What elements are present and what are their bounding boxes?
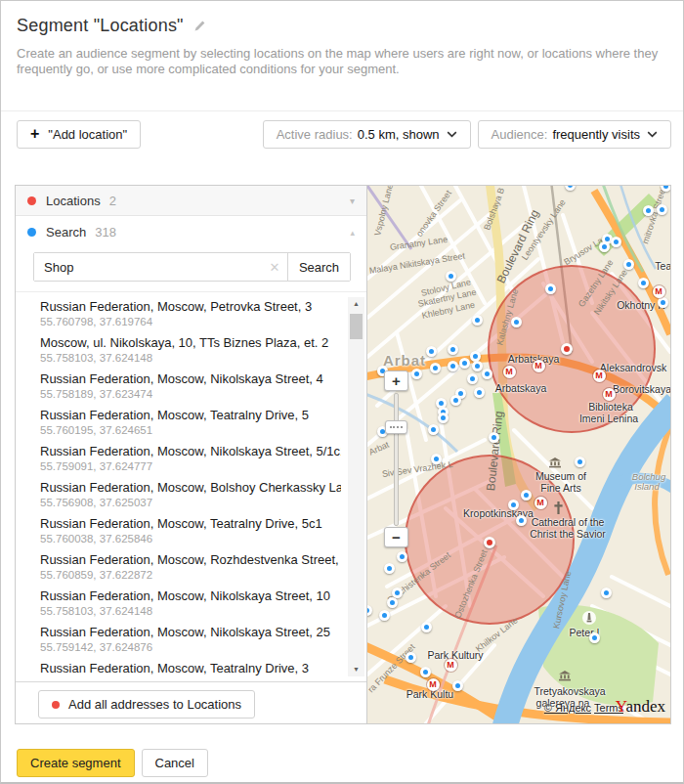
map-location-dot[interactable]	[508, 500, 519, 510]
map-location-dot[interactable]	[661, 186, 671, 192]
map-location-dot[interactable]	[521, 490, 532, 501]
zoom-in-button[interactable]: +	[384, 370, 408, 391]
zoom-slider-track[interactable]	[394, 393, 399, 526]
list-item[interactable]: Russian Federation, Moscow, Teatralny Dr…	[40, 408, 341, 437]
map-location-dot[interactable]	[472, 361, 483, 371]
list-item[interactable]: Russian Federation, Moscow, Nikolskaya S…	[40, 371, 341, 401]
map-location-dot[interactable]	[470, 351, 481, 362]
place-label: Museum of	[535, 470, 586, 482]
zoom-out-button[interactable]: −	[384, 527, 408, 547]
yandex-logo[interactable]: Yandex	[616, 697, 665, 717]
scrollbar-thumb[interactable]	[350, 314, 363, 339]
search-section-header[interactable]: Search 318 ▴	[16, 216, 366, 248]
metro-icon: M	[593, 370, 606, 382]
collapse-down-icon[interactable]: ▾	[350, 196, 355, 206]
map-location-dot[interactable]	[565, 186, 576, 191]
search-input[interactable]	[34, 253, 262, 281]
address-coords: 55.758189, 37.623474	[40, 387, 341, 401]
list-item[interactable]: Russian Federation, Moscow, Petrovka Str…	[40, 299, 341, 328]
locations-section-header[interactable]: Locations 2 ▾	[16, 186, 366, 216]
list-item[interactable]: Russian Federation, Moscow, Nikolskaya S…	[40, 625, 341, 654]
map-location-dot[interactable]	[611, 237, 621, 247]
map-location-dot[interactable]	[511, 317, 522, 327]
map-location-dot[interactable]	[638, 278, 649, 288]
selected-location-marker[interactable]	[561, 343, 573, 355]
audience-value: frequently visits	[552, 127, 640, 142]
list-item[interactable]: Russian Federation, Moscow, Rozhdestvenk…	[40, 552, 341, 582]
map-location-dot[interactable]	[411, 369, 422, 379]
map-location-dot[interactable]	[482, 369, 492, 379]
map-location-dot[interactable]	[426, 346, 437, 357]
monument-icon	[582, 611, 596, 629]
address-title: Russian Federation, Moscow, Teatralny Dr…	[40, 408, 341, 423]
audience-dropdown[interactable]: Audience: frequently visits	[478, 120, 671, 149]
chevron-down-icon	[647, 131, 658, 138]
active-radius-dropdown[interactable]: Active radius: 0.5 km, shown	[263, 120, 471, 149]
map-location-dot[interactable]	[406, 652, 416, 663]
map-location-dot[interactable]	[379, 610, 390, 621]
add-location-button[interactable]: + "Add location"	[17, 120, 141, 149]
map-location-dot[interactable]	[599, 241, 610, 252]
map-location-dot[interactable]	[489, 432, 499, 443]
map[interactable]: Vspolny Laneonovka StreetGranatny LaneMa…	[367, 186, 670, 723]
zoom-slider-handle[interactable]	[385, 420, 407, 434]
map-location-dot[interactable]	[421, 622, 432, 632]
locations-section-label: Locations	[46, 194, 101, 208]
scroll-up-icon[interactable]: ▲	[348, 297, 364, 311]
map-location-dot[interactable]	[623, 259, 634, 270]
search-count: 318	[95, 225, 116, 240]
place-label: Fine Arts	[540, 482, 580, 494]
list-item[interactable]: Russian Federation, Moscow, Teatralny Dr…	[40, 661, 341, 676]
place-label: Arbat	[383, 352, 426, 369]
map-location-dot[interactable]	[657, 204, 667, 215]
scrollbar[interactable]: ▲ ▼	[348, 297, 364, 676]
map-location-dot[interactable]	[545, 283, 556, 294]
edit-title-icon[interactable]	[193, 17, 206, 37]
chevron-down-icon	[447, 131, 457, 138]
museum-icon	[559, 668, 571, 685]
map-location-dot[interactable]	[459, 358, 470, 369]
map-location-dot[interactable]	[658, 297, 668, 308]
map-location-dot[interactable]	[392, 588, 403, 598]
map-location-dot[interactable]	[601, 588, 612, 598]
map-location-dot[interactable]	[452, 680, 463, 691]
map-location-dot[interactable]	[431, 454, 442, 464]
map-location-dot[interactable]	[516, 515, 527, 526]
map-location-dot[interactable]	[472, 315, 483, 326]
map-location-dot[interactable]	[367, 605, 372, 616]
map-location-dot[interactable]	[420, 667, 431, 677]
map-location-dot[interactable]	[387, 597, 398, 608]
map-location-dot[interactable]	[575, 457, 585, 467]
search-button[interactable]: Search	[287, 253, 350, 281]
selected-location-marker[interactable]	[484, 537, 495, 548]
list-item[interactable]: Russian Federation, Moscow, Teatralny Dr…	[40, 516, 341, 545]
list-item[interactable]: Moscow, ul. Nikolskaya, 10, TTs Biznes P…	[40, 335, 341, 365]
map-location-dot[interactable]	[448, 344, 458, 355]
address-coords: 55.758103, 37.624148	[40, 604, 341, 618]
active-radius-value: 0.5 km, shown	[358, 127, 440, 142]
map-location-dot[interactable]	[384, 563, 395, 574]
map-location-dot[interactable]	[446, 271, 456, 282]
list-item[interactable]: Russian Federation, Moscow, Bolshoy Cher…	[40, 480, 341, 509]
map-location-dot[interactable]	[467, 373, 478, 384]
list-item[interactable]: Russian Federation, Moscow, Nikolskaya S…	[40, 444, 341, 473]
map-location-dot[interactable]	[643, 205, 654, 216]
map-location-dot[interactable]	[589, 632, 600, 643]
cancel-button[interactable]: Cancel	[142, 749, 208, 777]
map-location-dot[interactable]	[428, 424, 439, 435]
collapse-up-icon[interactable]: ▴	[350, 228, 355, 238]
map-location-dot[interactable]	[474, 387, 485, 398]
create-segment-button[interactable]: Create segment	[17, 749, 135, 777]
address-coords: 55.758103, 37.624148	[40, 351, 341, 365]
clear-search-icon[interactable]: ✕	[262, 253, 287, 281]
yandex-copyright-link[interactable]: © Яндекс	[544, 702, 591, 714]
map-location-dot[interactable]	[438, 413, 449, 423]
add-all-row: Add all addresses to Locations	[16, 681, 366, 726]
map-location-dot[interactable]	[448, 361, 458, 371]
map-location-dot[interactable]	[397, 551, 407, 562]
scroll-down-icon[interactable]: ▼	[348, 663, 364, 676]
map-location-dot[interactable]	[430, 363, 441, 373]
list-item[interactable]: Russian Federation, Moscow, Nikolskaya S…	[40, 588, 341, 618]
map-location-dot[interactable]	[450, 395, 461, 406]
add-all-addresses-button[interactable]: Add all addresses to Locations	[38, 690, 255, 719]
